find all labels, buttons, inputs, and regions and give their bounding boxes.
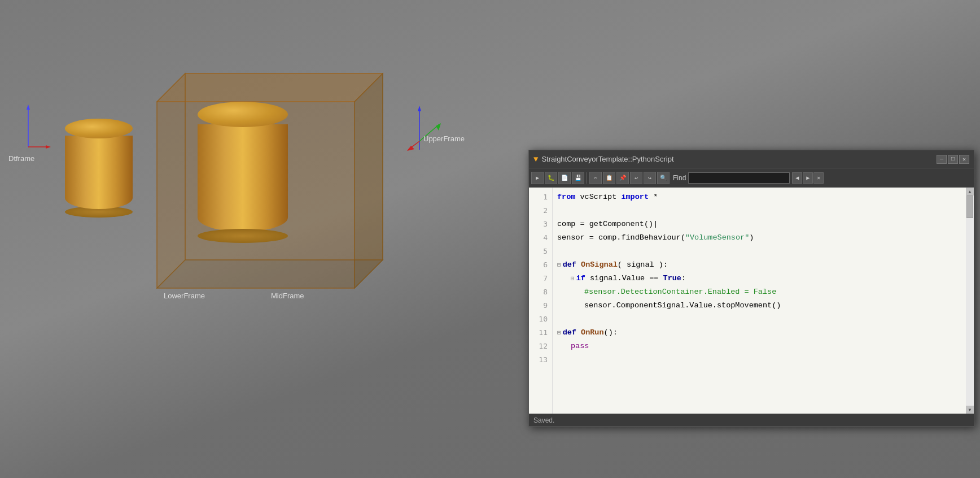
svg-marker-2 [157, 73, 383, 102]
line-num-3: 3 [529, 217, 552, 231]
find-toggle-button[interactable]: 🔍 [657, 172, 670, 184]
save-button[interactable]: 💾 [572, 172, 584, 184]
new-button[interactable]: 📄 [558, 172, 571, 184]
cylinder-large-body [198, 124, 288, 232]
fold-marker-11[interactable]: ⊟ [557, 329, 561, 336]
svg-marker-7 [27, 105, 30, 110]
editor-title: StraightConveyorTemplate::PythonScript [541, 155, 937, 163]
code-line-10 [557, 312, 961, 325]
cylinder-small-top [65, 119, 133, 138]
restore-button[interactable]: □ [948, 155, 958, 164]
window-controls: — □ ✕ [937, 155, 969, 164]
scroll-down-button[interactable]: ▼ [966, 406, 974, 414]
sensor-assign-text: sensor = comp.findBehaviour( [557, 233, 685, 242]
scroll-up-button[interactable]: ▲ [966, 188, 974, 195]
line-num-2: 2 [529, 203, 552, 217]
code-line-9: sensor.ComponentSignal.Value.stopMovemen… [584, 298, 961, 312]
editor-status-bar: Saved. [529, 414, 974, 426]
dtframe-label: Dtframe [8, 154, 34, 163]
lower-frame-label: LowerFrame [164, 292, 205, 300]
axis-upper [405, 105, 445, 155]
kw-if: if [576, 274, 585, 283]
fold-marker-7[interactable]: ⊟ [571, 275, 575, 282]
comment-line-8: #sensor.DetectionContainer.Enabled = Fal… [584, 288, 776, 296]
paste-button[interactable]: 📌 [616, 172, 629, 184]
scroll-track[interactable] [966, 195, 974, 406]
code-editor-panel: ▼ StraightConveyorTemplate::PythonScript… [528, 150, 974, 427]
run-button[interactable]: ▶ [531, 172, 544, 184]
svg-marker-11 [418, 106, 421, 111]
code-line-5 [557, 244, 961, 258]
kw-true: True [663, 274, 681, 283]
line-num-5: 5 [529, 244, 552, 258]
code-content[interactable]: from vcScript import * comp = getCompone… [553, 188, 966, 414]
cut-button[interactable]: ✂ [589, 172, 602, 184]
editor-title-icon: ▼ [533, 155, 538, 164]
line-num-10: 10 [529, 312, 552, 325]
cylinder-small [65, 119, 133, 218]
toolbar-separator-1 [587, 172, 587, 184]
code-line-3: comp = getComponent()| [557, 217, 961, 231]
status-text: Saved. [533, 416, 554, 424]
fold-marker-6[interactable]: ⊟ [557, 261, 561, 268]
close-button[interactable]: ✕ [959, 155, 969, 164]
line-num-7: 7 [529, 271, 552, 285]
sensor-string: "VolumeSensor" [685, 233, 749, 242]
kw-from: from [557, 193, 575, 201]
find-next-button[interactable]: ▶ [803, 172, 813, 184]
find-nav-buttons: ◀ ▶ ✕ [792, 172, 824, 184]
cylinder-large [198, 102, 288, 243]
redo-button[interactable]: ↪ [644, 172, 656, 184]
editor-toolbar: ▶ 🐛 📄 💾 ✂ 📋 📌 ↩ ↪ 🔍 Find ◀ ▶ ✕ [529, 168, 974, 188]
mod-name: vcScript [575, 193, 621, 201]
onsignal-params: ( signal ): [618, 260, 668, 269]
axis-left [17, 102, 51, 153]
fn-onsignal: OnSignal [576, 260, 618, 269]
mid-frame-label: MidFrame [271, 292, 304, 300]
line-num-9: 9 [529, 298, 552, 312]
debug-button[interactable]: 🐛 [545, 172, 557, 184]
onrun-params: (): [604, 328, 618, 337]
stop-movement: sensor.ComponentSignal.Value.stopMovemen… [584, 301, 781, 310]
cylinder-small-body [65, 136, 133, 209]
cylinder-large-bottom [198, 229, 288, 243]
kw-def-1: def [563, 260, 576, 269]
code-line-7: ⊟ if signal.Value == True : [571, 271, 961, 285]
line-numbers: 1 2 3 4 5 6 7 8 9 10 11 12 13 [529, 188, 553, 414]
svg-marker-4 [157, 260, 383, 288]
find-input[interactable] [688, 172, 790, 184]
line-num-11: 11 [529, 325, 552, 339]
minimize-button[interactable]: — [937, 155, 947, 164]
line-num-12: 12 [529, 339, 552, 353]
kw-import: import [621, 193, 649, 201]
code-line-12: pass [571, 339, 961, 353]
import-star: * [649, 193, 658, 201]
upper-frame-label: UpperFrame [423, 134, 465, 143]
code-area: 1 2 3 4 5 6 7 8 9 10 11 12 13 from vcScr… [529, 188, 974, 414]
find-prev-button[interactable]: ◀ [792, 172, 802, 184]
line-num-4: 4 [529, 231, 552, 244]
vertical-scrollbar: ▲ ▼ [966, 188, 974, 414]
svg-marker-13 [436, 123, 441, 131]
code-line-4: sensor = comp.findBehaviour( "VolumeSens… [557, 231, 961, 244]
scroll-thumb[interactable] [966, 195, 973, 218]
line-num-8: 8 [529, 285, 552, 298]
undo-button[interactable]: ↩ [630, 172, 642, 184]
code-line-1: from vcScript import * [557, 190, 961, 203]
copy-button[interactable]: 📋 [603, 172, 615, 184]
line-num-1: 1 [529, 190, 552, 203]
if-condition: signal.Value == [585, 274, 663, 283]
svg-marker-15 [407, 146, 414, 151]
comp-assign: comp = getComponent()| [557, 220, 658, 228]
find-label: Find [673, 174, 686, 182]
code-line-8: #sensor.DetectionContainer.Enabled = Fal… [584, 285, 961, 298]
editor-titlebar: ▼ StraightConveyorTemplate::PythonScript… [529, 150, 974, 168]
code-line-11: ⊟ def OnRun (): [557, 325, 961, 339]
line-num-6: 6 [529, 258, 552, 271]
fn-onrun: OnRun [576, 328, 604, 337]
if-colon: : [681, 274, 686, 283]
svg-marker-9 [46, 145, 51, 149]
kw-def-2: def [563, 328, 576, 337]
svg-marker-5 [157, 73, 185, 288]
find-close-button[interactable]: ✕ [813, 172, 824, 184]
